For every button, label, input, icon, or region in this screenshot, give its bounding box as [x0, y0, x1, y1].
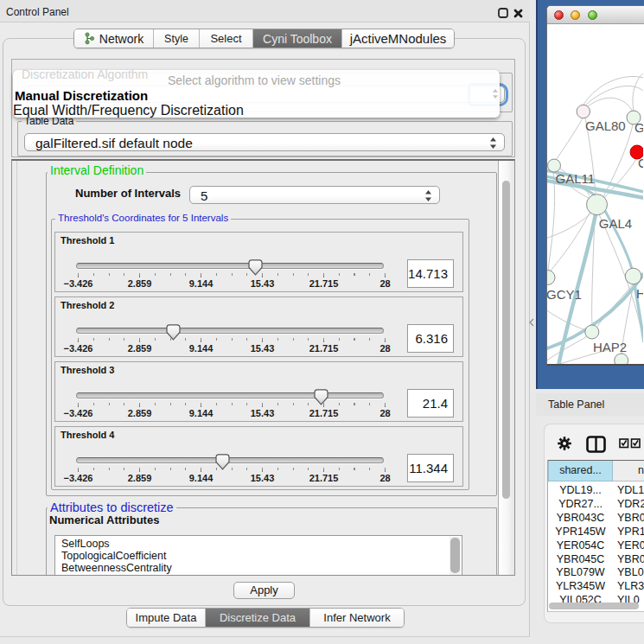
svg-text:GAL11: GAL11: [556, 171, 596, 186]
svg-text:GAL4: GAL4: [599, 216, 632, 231]
svg-text:HAP2: HAP2: [593, 340, 627, 354]
svg-text:H: H: [636, 286, 643, 301]
svg-text:GA: GA: [634, 120, 643, 135]
svg-text:GAL80: GAL80: [585, 118, 626, 133]
svg-text:GCY1: GCY1: [547, 287, 582, 302]
svg-text:C: C: [638, 156, 643, 170]
